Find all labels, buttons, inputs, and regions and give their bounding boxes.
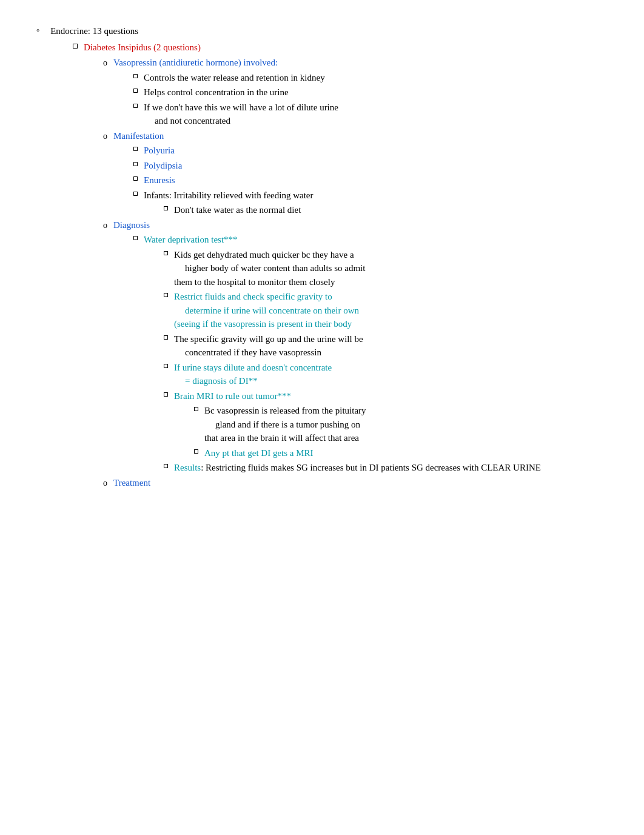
vasopressin-point-3-cont: and not concentrated — [155, 116, 230, 126]
square-bullet-v1 — [133, 74, 138, 78]
o-bullet-manifestation: o — [103, 130, 107, 143]
polydipsia-row: Polydipsia — [36, 159, 608, 173]
diagnosis-heading-text: Diagnosis — [113, 218, 608, 232]
page-container: ° Endocrine: 13 questions Diabetes Insip… — [36, 24, 608, 489]
infants-row: Infants: Irritability relieved with feed… — [36, 189, 608, 203]
infants-text: Infants: Irritability relieved with feed… — [144, 189, 608, 203]
dont-take-water-text: Don't take water as the normal diet — [174, 203, 608, 217]
restrict-fluids-row: Restrict fluids and check specific gravi… — [36, 290, 608, 331]
main-heading-text: Endocrine: 13 questions — [50, 24, 608, 38]
water-deprivation-row: Water deprivation test*** — [36, 233, 608, 247]
specific-gravity-text: The specific gravity will go up and the … — [174, 332, 608, 360]
square-bullet-water — [164, 206, 168, 210]
vasopressin-point-2-text: Helps control concentration in the urine — [144, 86, 608, 99]
square-bullet-mri — [164, 392, 168, 397]
square-bullet-infants — [133, 192, 138, 196]
enuresis-text: Enuresis — [144, 173, 608, 187]
square-bullet-enuresis — [133, 176, 138, 181]
square-bullet-dilute — [164, 364, 168, 368]
any-pt-text: Any pt that get DI gets a MRI — [204, 446, 608, 460]
degree-bullet: ° — [36, 25, 39, 38]
square-bullet-results — [164, 464, 168, 468]
o-bullet-treatment: o — [103, 477, 107, 489]
square-bullet-any-pt — [194, 449, 198, 454]
vasopressin-heading-text: Vasopressin (antidiuretic hormone) invol… — [113, 56, 608, 70]
brain-mri-text: Brain MRI to rule out tumor*** — [174, 389, 608, 403]
results-text: Results: Restricting fluids makes SG inc… — [174, 461, 608, 475]
bc-vasopressin-text: Bc vasopressin is released from the pitu… — [204, 404, 608, 445]
vasopressin-heading-row: o Vasopressin (antidiuretic hormone) inv… — [36, 56, 608, 70]
any-pt-row: Any pt that get DI gets a MRI — [36, 446, 608, 460]
square-bullet-kids — [164, 251, 168, 255]
square-bullet-wdt — [133, 236, 138, 240]
restrict-fluids-text: Restrict fluids and check specific gravi… — [174, 290, 608, 331]
vasopressin-point-1-row: Controls the water release and retention… — [36, 71, 608, 85]
treatment-heading-text: Treatment — [113, 476, 608, 490]
manifestation-heading-text: Manifestation — [113, 129, 608, 143]
square-bullet-bc — [194, 407, 198, 411]
diabetes-insipidus-row: Diabetes Insipidus (2 questions) — [36, 41, 608, 55]
o-bullet-diagnosis: o — [103, 219, 107, 232]
manifestation-heading-row: o Manifestation — [36, 129, 608, 143]
polyuria-text: Polyuria — [144, 144, 608, 158]
polydipsia-text: Polydipsia — [144, 159, 608, 173]
dont-take-water-row: Don't take water as the normal diet — [36, 203, 608, 217]
kids-dehydrated-text: Kids get dehydrated much quicker bc they… — [174, 248, 608, 289]
results-row: Results: Restricting fluids makes SG inc… — [36, 461, 608, 475]
o-bullet-vasopressin: o — [103, 56, 107, 69]
square-bullet-v2 — [133, 89, 138, 93]
diagnosis-heading-row: o Diagnosis — [36, 218, 608, 232]
vasopressin-point-2-row: Helps control concentration in the urine — [36, 86, 608, 99]
square-bullet-1 — [73, 44, 78, 49]
results-colon-text: : Restricting fluids makes SG increases … — [201, 463, 541, 472]
bc-vasopressin-row: Bc vasopressin is released from the pitu… — [36, 404, 608, 445]
vasopressin-point-3-row: If we don't have this we will have a lot… — [36, 101, 608, 128]
main-heading-row: ° Endocrine: 13 questions — [36, 24, 608, 38]
specific-gravity-row: The specific gravity will go up and the … — [36, 332, 608, 360]
square-bullet-v3 — [133, 104, 138, 108]
dilute-urine-row: If urine stays dilute and doesn't concen… — [36, 361, 608, 388]
square-bullet-polyuria — [133, 147, 138, 151]
dilute-urine-text: If urine stays dilute and doesn't concen… — [174, 361, 608, 388]
diabetes-insipidus-text: Diabetes Insipidus (2 questions) — [84, 41, 608, 55]
enuresis-row: Enuresis — [36, 173, 608, 187]
brain-mri-row: Brain MRI to rule out tumor*** — [36, 389, 608, 403]
square-bullet-restrict — [164, 293, 168, 297]
treatment-heading-row: o Treatment — [36, 476, 608, 490]
water-deprivation-text: Water deprivation test*** — [144, 233, 608, 247]
vasopressin-point-1-text: Controls the water release and retention… — [144, 71, 608, 85]
kids-dehydrated-row: Kids get dehydrated much quicker bc they… — [36, 248, 608, 289]
square-bullet-sg — [164, 335, 168, 340]
results-label: Results — [174, 463, 201, 472]
square-bullet-polydipsia — [133, 162, 138, 166]
vasopressin-point-3-text: If we don't have this we will have a lot… — [144, 101, 608, 128]
polyuria-row: Polyuria — [36, 144, 608, 158]
